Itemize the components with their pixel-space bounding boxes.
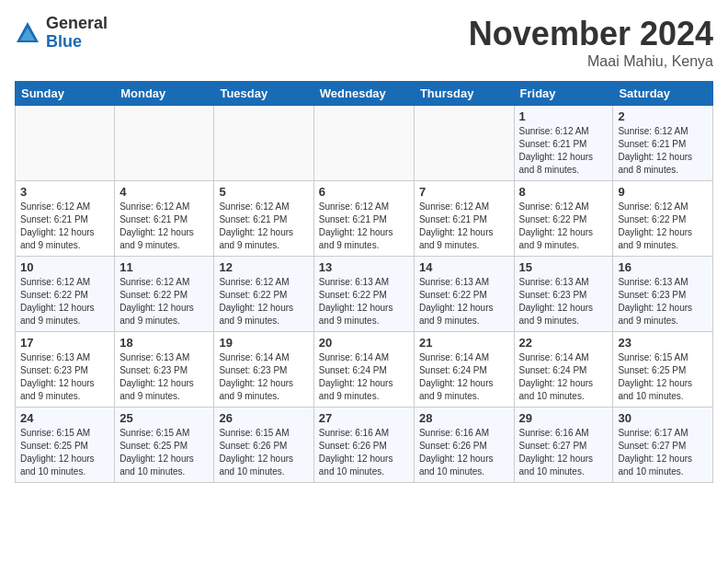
calendar-week-row: 17Sunrise: 6:13 AM Sunset: 6:23 PM Dayli… [16,332,713,408]
day-info: Sunrise: 6:12 AM Sunset: 6:22 PM Dayligh… [219,276,308,327]
day-number: 19 [219,336,308,350]
calendar-cell [414,106,514,181]
day-info: Sunrise: 6:15 AM Sunset: 6:25 PM Dayligh… [20,427,109,478]
calendar-cell: 26Sunrise: 6:15 AM Sunset: 6:26 PM Dayli… [214,408,313,483]
day-number: 24 [20,411,109,425]
day-info: Sunrise: 6:12 AM Sunset: 6:22 PM Dayligh… [119,276,209,327]
logo-general: General [46,15,108,33]
calendar-cell: 14Sunrise: 6:13 AM Sunset: 6:22 PM Dayli… [414,257,514,332]
day-info: Sunrise: 6:12 AM Sunset: 6:21 PM Dayligh… [219,201,308,252]
title-block: November 2024 Maai Mahiu, Kenya [469,15,713,70]
calendar-cell: 20Sunrise: 6:14 AM Sunset: 6:24 PM Dayli… [313,332,414,408]
col-header-tuesday: Tuesday [214,82,313,106]
calendar-cell: 16Sunrise: 6:13 AM Sunset: 6:23 PM Dayli… [613,257,713,332]
day-number: 13 [319,260,409,274]
col-header-friday: Friday [514,82,613,106]
day-number: 22 [519,336,609,350]
day-info: Sunrise: 6:16 AM Sunset: 6:27 PM Dayligh… [519,427,609,478]
day-info: Sunrise: 6:13 AM Sunset: 6:23 PM Dayligh… [519,276,609,327]
calendar-cell: 11Sunrise: 6:12 AM Sunset: 6:22 PM Dayli… [115,257,214,332]
calendar-cell: 30Sunrise: 6:17 AM Sunset: 6:27 PM Dayli… [613,408,713,483]
day-info: Sunrise: 6:12 AM Sunset: 6:21 PM Dayligh… [119,201,209,252]
day-info: Sunrise: 6:14 AM Sunset: 6:23 PM Dayligh… [219,351,308,403]
day-info: Sunrise: 6:12 AM Sunset: 6:21 PM Dayligh… [519,125,609,177]
day-info: Sunrise: 6:14 AM Sunset: 6:24 PM Dayligh… [519,351,609,403]
calendar-cell: 17Sunrise: 6:13 AM Sunset: 6:23 PM Dayli… [16,332,115,408]
calendar-cell [16,106,115,181]
logo-icon [15,20,40,46]
day-number: 2 [618,109,708,123]
calendar-cell [115,106,214,181]
col-header-thursday: Thursday [414,82,514,106]
day-number: 7 [419,185,509,199]
col-header-sunday: Sunday [16,82,115,106]
day-number: 6 [319,185,409,199]
calendar-cell: 27Sunrise: 6:16 AM Sunset: 6:26 PM Dayli… [313,408,414,483]
col-header-monday: Monday [115,82,214,106]
calendar-cell: 3Sunrise: 6:12 AM Sunset: 6:21 PM Daylig… [16,181,115,257]
calendar-cell: 12Sunrise: 6:12 AM Sunset: 6:22 PM Dayli… [214,257,313,332]
day-info: Sunrise: 6:12 AM Sunset: 6:21 PM Dayligh… [20,201,109,252]
day-number: 16 [618,260,708,274]
page-header: General Blue November 2024 Maai Mahiu, K… [15,15,713,70]
calendar-week-row: 3Sunrise: 6:12 AM Sunset: 6:21 PM Daylig… [16,181,713,257]
day-number: 30 [618,411,708,425]
day-number: 14 [419,260,509,274]
calendar-cell: 4Sunrise: 6:12 AM Sunset: 6:21 PM Daylig… [115,181,214,257]
logo-blue: Blue [46,33,108,52]
col-header-saturday: Saturday [613,82,713,106]
calendar-week-row: 1Sunrise: 6:12 AM Sunset: 6:21 PM Daylig… [16,106,713,181]
calendar-cell: 15Sunrise: 6:13 AM Sunset: 6:23 PM Dayli… [514,257,613,332]
day-number: 15 [519,260,609,274]
day-info: Sunrise: 6:14 AM Sunset: 6:24 PM Dayligh… [319,351,409,403]
day-info: Sunrise: 6:12 AM Sunset: 6:22 PM Dayligh… [20,276,109,327]
day-info: Sunrise: 6:13 AM Sunset: 6:22 PM Dayligh… [319,276,409,327]
month-title: November 2024 [469,15,713,53]
day-info: Sunrise: 6:12 AM Sunset: 6:22 PM Dayligh… [519,201,609,252]
day-info: Sunrise: 6:13 AM Sunset: 6:23 PM Dayligh… [119,351,209,403]
location-title: Maai Mahiu, Kenya [469,53,713,70]
day-info: Sunrise: 6:14 AM Sunset: 6:24 PM Dayligh… [419,351,509,403]
calendar-cell: 29Sunrise: 6:16 AM Sunset: 6:27 PM Dayli… [514,408,613,483]
calendar-cell: 8Sunrise: 6:12 AM Sunset: 6:22 PM Daylig… [514,181,613,257]
calendar-cell: 1Sunrise: 6:12 AM Sunset: 6:21 PM Daylig… [514,106,613,181]
calendar-cell: 28Sunrise: 6:16 AM Sunset: 6:26 PM Dayli… [414,408,514,483]
day-number: 28 [419,411,509,425]
day-number: 23 [618,336,708,350]
calendar-cell [214,106,313,181]
day-number: 1 [519,109,609,123]
day-info: Sunrise: 6:12 AM Sunset: 6:21 PM Dayligh… [618,125,708,177]
day-number: 5 [219,185,308,199]
day-info: Sunrise: 6:13 AM Sunset: 6:22 PM Dayligh… [419,276,509,327]
day-number: 25 [119,411,209,425]
calendar-cell: 6Sunrise: 6:12 AM Sunset: 6:21 PM Daylig… [313,181,414,257]
day-number: 4 [119,185,209,199]
day-number: 26 [219,411,308,425]
calendar-cell: 23Sunrise: 6:15 AM Sunset: 6:25 PM Dayli… [613,332,713,408]
calendar-cell: 7Sunrise: 6:12 AM Sunset: 6:21 PM Daylig… [414,181,514,257]
day-number: 18 [119,336,209,350]
day-info: Sunrise: 6:17 AM Sunset: 6:27 PM Dayligh… [618,427,708,478]
day-number: 3 [20,185,109,199]
calendar-cell: 13Sunrise: 6:13 AM Sunset: 6:22 PM Dayli… [313,257,414,332]
logo: General Blue [15,15,108,52]
logo-text: General Blue [46,15,108,52]
day-number: 8 [519,185,609,199]
day-number: 17 [20,336,109,350]
day-number: 21 [419,336,509,350]
calendar-cell: 22Sunrise: 6:14 AM Sunset: 6:24 PM Dayli… [514,332,613,408]
col-header-wednesday: Wednesday [313,82,414,106]
day-info: Sunrise: 6:16 AM Sunset: 6:26 PM Dayligh… [319,427,409,478]
day-info: Sunrise: 6:16 AM Sunset: 6:26 PM Dayligh… [419,427,509,478]
day-number: 9 [618,185,708,199]
calendar-cell: 5Sunrise: 6:12 AM Sunset: 6:21 PM Daylig… [214,181,313,257]
day-number: 10 [20,260,109,274]
day-number: 20 [319,336,409,350]
calendar-cell [313,106,414,181]
calendar-cell: 18Sunrise: 6:13 AM Sunset: 6:23 PM Dayli… [115,332,214,408]
day-info: Sunrise: 6:12 AM Sunset: 6:22 PM Dayligh… [618,201,708,252]
day-number: 12 [219,260,308,274]
day-info: Sunrise: 6:12 AM Sunset: 6:21 PM Dayligh… [319,201,409,252]
calendar-header-row: SundayMondayTuesdayWednesdayThursdayFrid… [16,82,713,106]
day-info: Sunrise: 6:13 AM Sunset: 6:23 PM Dayligh… [618,276,708,327]
